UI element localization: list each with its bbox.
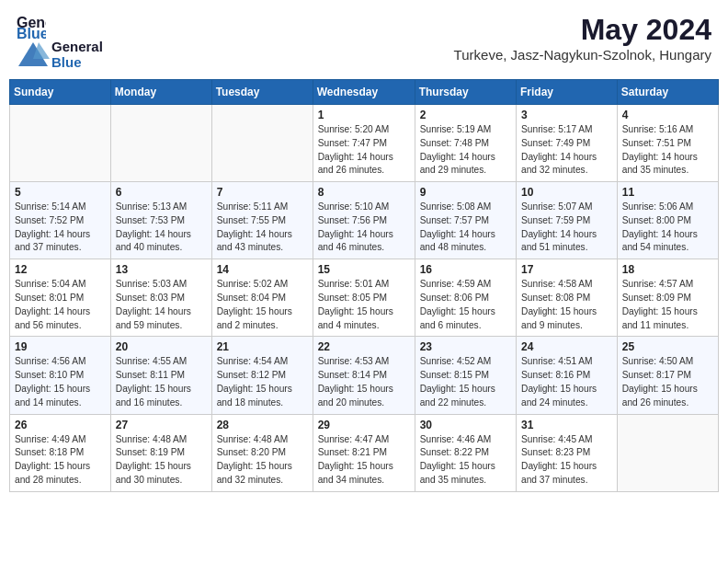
day-number: 20 xyxy=(116,340,207,353)
calendar-cell: 4Sunrise: 5:16 AMSunset: 7:51 PMDaylight… xyxy=(617,105,718,182)
calendar-week-row: 19Sunrise: 4:56 AMSunset: 8:10 PMDayligh… xyxy=(10,337,719,414)
day-info: Sunrise: 4:52 AMSunset: 8:15 PMDaylight:… xyxy=(420,355,511,409)
title-block: May 2024 Turkeve, Jasz-Nagykun-Szolnok, … xyxy=(454,13,711,63)
calendar-cell: 5Sunrise: 5:14 AMSunset: 7:52 PMDaylight… xyxy=(10,182,111,259)
calendar-cell: 12Sunrise: 5:04 AMSunset: 8:01 PMDayligh… xyxy=(10,259,111,337)
day-info: Sunrise: 4:56 AMSunset: 8:10 PMDaylight:… xyxy=(15,355,106,409)
calendar-cell xyxy=(10,105,111,182)
col-header-monday: Monday xyxy=(110,80,211,105)
month-year-title: May 2024 xyxy=(454,13,711,47)
calendar-week-row: 5Sunrise: 5:14 AMSunset: 7:52 PMDaylight… xyxy=(10,182,719,259)
calendar-cell: 14Sunrise: 5:02 AMSunset: 8:04 PMDayligh… xyxy=(211,259,313,337)
calendar-cell: 23Sunrise: 4:52 AMSunset: 8:15 PMDayligh… xyxy=(415,337,516,414)
calendar-cell: 13Sunrise: 5:03 AMSunset: 8:03 PMDayligh… xyxy=(110,259,211,337)
calendar-cell: 27Sunrise: 4:48 AMSunset: 8:19 PMDayligh… xyxy=(110,414,211,491)
day-info: Sunrise: 5:20 AMSunset: 7:47 PMDaylight:… xyxy=(318,123,410,178)
day-info: Sunrise: 5:14 AMSunset: 7:52 PMDaylight:… xyxy=(15,201,106,255)
day-number: 18 xyxy=(622,263,713,276)
day-number: 13 xyxy=(116,263,207,276)
day-number: 17 xyxy=(521,263,612,276)
day-info: Sunrise: 4:51 AMSunset: 8:16 PMDaylight:… xyxy=(521,355,612,409)
day-number: 11 xyxy=(622,186,713,199)
day-number: 4 xyxy=(622,109,713,121)
day-number: 27 xyxy=(116,419,207,431)
day-number: 30 xyxy=(420,419,511,431)
calendar-cell: 3Sunrise: 5:17 AMSunset: 7:49 PMDaylight… xyxy=(517,105,618,182)
page-header: General Blue General Blue May 2024 Turke… xyxy=(9,9,719,74)
calendar-cell: 16Sunrise: 4:59 AMSunset: 8:06 PMDayligh… xyxy=(415,259,516,337)
calendar-week-row: 1Sunrise: 5:20 AMSunset: 7:47 PMDaylight… xyxy=(10,105,719,182)
day-info: Sunrise: 4:47 AMSunset: 8:21 PMDaylight:… xyxy=(318,433,410,488)
day-info: Sunrise: 4:49 AMSunset: 8:18 PMDaylight:… xyxy=(15,433,106,488)
day-info: Sunrise: 5:07 AMSunset: 7:59 PMDaylight:… xyxy=(521,201,612,255)
day-number: 15 xyxy=(318,263,410,276)
day-number: 5 xyxy=(15,186,106,199)
calendar-cell: 2Sunrise: 5:19 AMSunset: 7:48 PMDaylight… xyxy=(415,105,516,182)
calendar-week-row: 26Sunrise: 4:49 AMSunset: 8:18 PMDayligh… xyxy=(10,414,719,491)
svg-text:Blue: Blue xyxy=(17,26,46,39)
col-header-saturday: Saturday xyxy=(617,80,718,105)
day-number: 8 xyxy=(318,186,410,199)
calendar-cell xyxy=(617,414,718,491)
calendar-cell: 25Sunrise: 4:50 AMSunset: 8:17 PMDayligh… xyxy=(617,337,718,414)
day-number: 25 xyxy=(622,340,713,353)
day-number: 26 xyxy=(15,419,106,431)
day-info: Sunrise: 4:59 AMSunset: 8:06 PMDaylight:… xyxy=(420,278,511,332)
calendar-cell xyxy=(110,105,211,182)
day-info: Sunrise: 5:11 AMSunset: 7:55 PMDaylight:… xyxy=(217,201,308,255)
calendar-cell: 31Sunrise: 4:45 AMSunset: 8:23 PMDayligh… xyxy=(517,414,618,491)
calendar-cell: 15Sunrise: 5:01 AMSunset: 8:05 PMDayligh… xyxy=(313,259,415,337)
calendar-cell: 17Sunrise: 4:58 AMSunset: 8:08 PMDayligh… xyxy=(517,259,618,337)
day-number: 2 xyxy=(420,109,511,121)
day-info: Sunrise: 4:48 AMSunset: 8:20 PMDaylight:… xyxy=(217,433,308,488)
col-header-tuesday: Tuesday xyxy=(211,80,313,105)
day-info: Sunrise: 4:46 AMSunset: 8:22 PMDaylight:… xyxy=(420,433,511,488)
calendar-cell: 6Sunrise: 5:13 AMSunset: 7:53 PMDaylight… xyxy=(110,182,211,259)
calendar-cell: 24Sunrise: 4:51 AMSunset: 8:16 PMDayligh… xyxy=(517,337,618,414)
day-number: 24 xyxy=(521,340,612,353)
logo-icon: General Blue xyxy=(17,13,46,39)
day-number: 1 xyxy=(318,109,410,121)
day-info: Sunrise: 5:19 AMSunset: 7:48 PMDaylight:… xyxy=(420,123,511,178)
day-number: 16 xyxy=(420,263,511,276)
day-info: Sunrise: 5:04 AMSunset: 8:01 PMDaylight:… xyxy=(15,278,106,332)
logo: General Blue General Blue xyxy=(17,13,103,70)
col-header-friday: Friday xyxy=(517,80,618,105)
day-info: Sunrise: 4:54 AMSunset: 8:12 PMDaylight:… xyxy=(217,355,308,409)
day-info: Sunrise: 4:57 AMSunset: 8:09 PMDaylight:… xyxy=(622,278,713,332)
calendar-cell: 19Sunrise: 4:56 AMSunset: 8:10 PMDayligh… xyxy=(10,337,111,414)
day-info: Sunrise: 5:03 AMSunset: 8:03 PMDaylight:… xyxy=(116,278,207,332)
calendar-cell: 9Sunrise: 5:08 AMSunset: 7:57 PMDaylight… xyxy=(415,182,516,259)
col-header-wednesday: Wednesday xyxy=(313,80,415,105)
calendar-week-row: 12Sunrise: 5:04 AMSunset: 8:01 PMDayligh… xyxy=(10,259,719,337)
calendar-cell: 8Sunrise: 5:10 AMSunset: 7:56 PMDaylight… xyxy=(313,182,415,259)
location-subtitle: Turkeve, Jasz-Nagykun-Szolnok, Hungary xyxy=(454,47,711,63)
logo-general: General xyxy=(51,39,103,54)
calendar-cell: 30Sunrise: 4:46 AMSunset: 8:22 PMDayligh… xyxy=(415,414,516,491)
day-info: Sunrise: 4:50 AMSunset: 8:17 PMDaylight:… xyxy=(622,355,713,409)
day-info: Sunrise: 5:06 AMSunset: 8:00 PMDaylight:… xyxy=(622,201,713,255)
calendar-cell: 26Sunrise: 4:49 AMSunset: 8:18 PMDayligh… xyxy=(10,414,111,491)
day-number: 7 xyxy=(217,186,308,199)
day-info: Sunrise: 4:45 AMSunset: 8:23 PMDaylight:… xyxy=(521,433,612,488)
col-header-thursday: Thursday xyxy=(415,80,516,105)
day-info: Sunrise: 4:48 AMSunset: 8:19 PMDaylight:… xyxy=(116,433,207,488)
calendar-cell: 22Sunrise: 4:53 AMSunset: 8:14 PMDayligh… xyxy=(313,337,415,414)
day-info: Sunrise: 5:13 AMSunset: 7:53 PMDaylight:… xyxy=(116,201,207,255)
calendar-cell: 28Sunrise: 4:48 AMSunset: 8:20 PMDayligh… xyxy=(211,414,313,491)
day-number: 6 xyxy=(116,186,207,199)
day-info: Sunrise: 5:02 AMSunset: 8:04 PMDaylight:… xyxy=(217,278,308,332)
day-number: 19 xyxy=(15,340,106,353)
calendar-cell: 7Sunrise: 5:11 AMSunset: 7:55 PMDaylight… xyxy=(211,182,313,259)
day-number: 10 xyxy=(521,186,612,199)
day-info: Sunrise: 5:16 AMSunset: 7:51 PMDaylight:… xyxy=(622,123,713,178)
day-number: 29 xyxy=(318,419,410,431)
day-number: 22 xyxy=(318,340,410,353)
day-info: Sunrise: 5:01 AMSunset: 8:05 PMDaylight:… xyxy=(318,278,410,332)
day-number: 21 xyxy=(217,340,308,353)
calendar-cell xyxy=(211,105,313,182)
calendar-cell: 1Sunrise: 5:20 AMSunset: 7:47 PMDaylight… xyxy=(313,105,415,182)
day-number: 14 xyxy=(217,263,308,276)
day-info: Sunrise: 4:53 AMSunset: 8:14 PMDaylight:… xyxy=(318,355,410,409)
calendar-header-row: SundayMondayTuesdayWednesdayThursdayFrid… xyxy=(10,80,719,105)
